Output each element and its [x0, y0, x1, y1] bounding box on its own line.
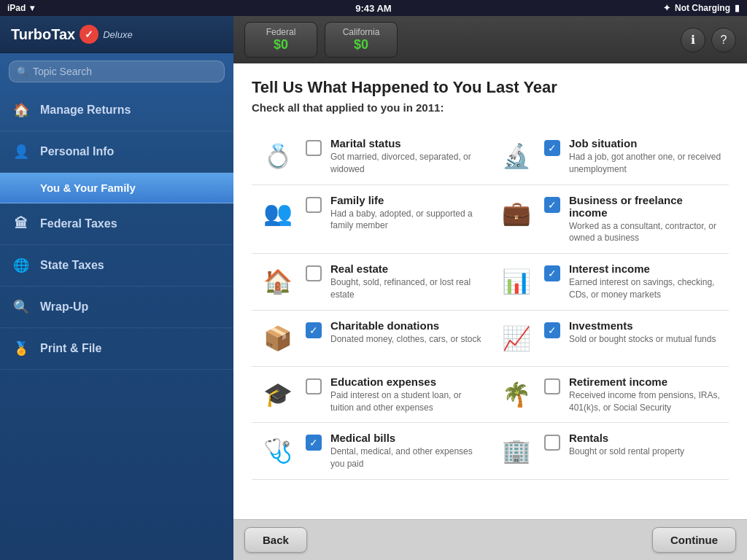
- sidebar: TurboTax ✓ Deluxe 🔍 Topic Search 🏠 Manag…: [0, 16, 233, 560]
- sidebar-item-personal-info[interactable]: 👤 Personal Info: [0, 131, 233, 173]
- investments-checkbox[interactable]: ✓: [544, 322, 560, 338]
- rentals-text: RentalsBought or sold rental property: [569, 432, 721, 458]
- investments-title: Investments: [569, 319, 721, 332]
- sidebar-item-state-taxes[interactable]: 🌐 State Taxes: [0, 245, 233, 287]
- charitable-donations-text: Charitable donationsDonated money, cloth…: [330, 319, 483, 346]
- page-subtitle: Check all that applied to you in 2011:: [252, 101, 729, 114]
- marital-status-title: Marital status: [330, 137, 483, 149]
- family-life-title: Family life: [330, 194, 483, 206]
- federal-tab[interactable]: Federal $0: [244, 22, 317, 58]
- interest-income-icon: 📊: [498, 262, 535, 300]
- retirement-income-desc: Received income from pensions, IRAs, 401…: [569, 389, 721, 414]
- business-freelance-title: Business or freelance income: [569, 194, 721, 219]
- medical-bills-title: Medical bills: [330, 432, 483, 444]
- medical-bills-checkbox[interactable]: ✓: [306, 435, 322, 451]
- sidebar-item-manage-returns[interactable]: 🏠 Manage Returns: [0, 90, 233, 131]
- life-item-rentals[interactable]: 🏢RentalsBought or sold rental property: [490, 423, 729, 480]
- interest-income-desc: Earned interest on savings, checking, CD…: [569, 276, 721, 301]
- education-expenses-checkbox[interactable]: [306, 378, 322, 394]
- help-button[interactable]: ?: [711, 28, 736, 52]
- back-button[interactable]: Back: [244, 527, 307, 553]
- life-item-real-estate[interactable]: 🏠Real estateBought, sold, refinanced, or…: [252, 254, 490, 311]
- life-item-investments[interactable]: 📈✓InvestmentsSold or bought stocks or mu…: [490, 311, 729, 367]
- retirement-income-text: Retirement incomeReceived income from pe…: [569, 376, 721, 414]
- sidebar-item-you-family[interactable]: You & Your Family: [0, 173, 233, 203]
- logo-deluxe: Deluxe: [103, 29, 132, 40]
- business-freelance-checkbox[interactable]: ✓: [544, 197, 560, 213]
- education-expenses-text: Education expensesPaid interest on a stu…: [330, 376, 483, 414]
- page-title: Tell Us What Happened to You Last Year: [252, 78, 729, 97]
- sidebar-subitem-label: You & Your Family: [40, 182, 136, 194]
- life-item-job-situation[interactable]: 🔬✓Job situationHad a job, got another on…: [490, 128, 729, 185]
- interest-income-title: Interest income: [569, 262, 721, 275]
- guarantee-icon: 🏅: [11, 338, 31, 359]
- real-estate-checkbox[interactable]: [306, 265, 322, 281]
- retirement-income-icon: 🌴: [498, 376, 535, 413]
- investments-text: InvestmentsSold or bought stocks or mutu…: [569, 319, 721, 346]
- life-item-medical-bills[interactable]: 🩺✓Medical billsDental, medical, and othe…: [252, 423, 490, 480]
- sidebar-item-print-file[interactable]: 🏅 Print & File: [0, 328, 233, 370]
- main-container: TurboTax ✓ Deluxe 🔍 Topic Search 🏠 Manag…: [0, 16, 747, 560]
- search-bar[interactable]: 🔍 Topic Search: [9, 61, 225, 82]
- wifi-icon: ▾: [30, 3, 34, 13]
- rentals-icon: 🏢: [498, 432, 535, 470]
- charitable-donations-checkbox[interactable]: ✓: [306, 322, 322, 338]
- life-item-education-expenses[interactable]: 🎓Education expensesPaid interest on a st…: [252, 367, 490, 424]
- sidebar-header: TurboTax ✓ Deluxe: [0, 16, 233, 53]
- job-situation-title: Job situation: [569, 137, 721, 149]
- turbotax-logo: TurboTax ✓ Deluxe: [11, 25, 133, 44]
- sidebar-item-federal-taxes[interactable]: 🏛 Federal Taxes: [0, 203, 233, 245]
- job-situation-desc: Had a job, got another one, or received …: [569, 151, 721, 176]
- life-item-retirement-income[interactable]: 🌴Retirement incomeReceived income from p…: [490, 367, 729, 424]
- federal-tab-label: Federal: [260, 27, 302, 37]
- life-item-family-life[interactable]: 👥Family lifeHad a baby, adopted, or supp…: [252, 185, 490, 254]
- sidebar-item-wrap-up[interactable]: 🔍 Wrap-Up: [0, 287, 233, 328]
- life-item-business-freelance[interactable]: 💼✓Business or freelance incomeWorked as …: [490, 185, 729, 254]
- info-button[interactable]: ℹ: [681, 28, 705, 52]
- top-tabs: Federal $0 California $0 ℹ ?: [233, 16, 747, 63]
- business-freelance-desc: Worked as a consultant, contractor, or o…: [569, 220, 721, 245]
- investments-icon: 📈: [498, 319, 535, 357]
- federal-tab-amount: $0: [260, 37, 302, 52]
- retirement-income-title: Retirement income: [569, 376, 721, 388]
- education-expenses-icon: 🎓: [259, 376, 297, 413]
- family-life-checkbox[interactable]: [306, 197, 322, 213]
- battery-label: Not Charging: [675, 3, 730, 13]
- family-life-text: Family lifeHad a baby, adopted, or suppo…: [330, 194, 483, 233]
- charitable-donations-icon: 📦: [259, 319, 297, 357]
- sidebar-item-label: Manage Returns: [40, 104, 131, 117]
- battery-icon: ▮: [735, 3, 740, 13]
- sidebar-item-label: Personal Info: [40, 145, 114, 158]
- status-bar: iPad ▾ 9:43 AM ✦ Not Charging ▮: [0, 0, 747, 16]
- logo-text: TurboTax: [11, 26, 75, 43]
- search-icon: 🔍: [17, 66, 28, 77]
- california-tab-amount: $0: [340, 37, 382, 52]
- life-item-marital-status[interactable]: 💍Marital statusGot married, divorced, se…: [252, 128, 490, 185]
- life-item-interest-income[interactable]: 📊✓Interest incomeEarned interest on savi…: [490, 254, 729, 311]
- life-item-charitable-donations[interactable]: 📦✓Charitable donationsDonated money, clo…: [252, 311, 490, 367]
- real-estate-title: Real estate: [330, 262, 483, 275]
- home-icon: 🏠: [11, 100, 31, 120]
- sidebar-item-label: Print & File: [40, 342, 101, 355]
- interest-income-checkbox[interactable]: ✓: [544, 265, 560, 281]
- retirement-income-checkbox[interactable]: [544, 378, 560, 394]
- interest-income-text: Interest incomeEarned interest on saving…: [569, 262, 721, 301]
- sidebar-item-label: State Taxes: [40, 259, 104, 272]
- person-icon: 👤: [11, 141, 31, 162]
- investments-desc: Sold or bought stocks or mutual funds: [569, 333, 721, 346]
- continue-button[interactable]: Continue: [652, 527, 736, 553]
- marital-status-desc: Got married, divorced, separated, or wid…: [330, 151, 483, 176]
- federal-icon: 🏛: [11, 214, 31, 234]
- medical-bills-desc: Dental, medical, and other expenses you …: [330, 446, 483, 470]
- marital-status-icon: 💍: [259, 137, 297, 175]
- rentals-checkbox[interactable]: [544, 435, 560, 451]
- content-footer: Back Continue: [233, 519, 747, 560]
- job-situation-checkbox[interactable]: ✓: [544, 140, 560, 156]
- business-freelance-text: Business or freelance incomeWorked as a …: [569, 194, 721, 245]
- content-area: Federal $0 California $0 ℹ ? Tell Us Wha…: [233, 16, 747, 560]
- search-input[interactable]: Topic Search: [33, 66, 217, 77]
- marital-status-checkbox[interactable]: [306, 140, 322, 156]
- status-time: 9:43 AM: [355, 3, 391, 14]
- ipad-label: iPad: [7, 3, 26, 13]
- california-tab[interactable]: California $0: [325, 22, 398, 58]
